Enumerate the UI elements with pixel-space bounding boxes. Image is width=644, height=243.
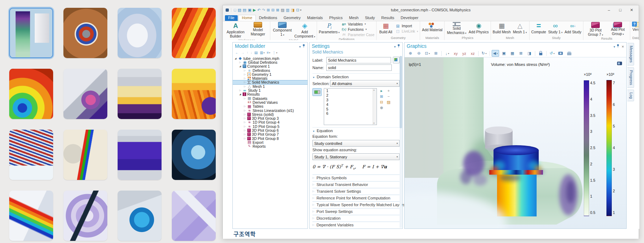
- ribbon-button-add-material[interactable]: Add Material: [421, 22, 443, 36]
- tree-settings-icon[interactable]: ⋮▾: [272, 51, 277, 55]
- ribbon-button-functions[interactable]: Functions▾: [341, 27, 374, 32]
- ribbon-button-study-1[interactable]: Study 1▾: [547, 22, 564, 36]
- settings-section-transient-solver-settings[interactable]: ▷Transient Solver Settings: [312, 188, 400, 194]
- tree-node-results[interactable]: ◢Results: [233, 92, 307, 96]
- zoom-out-icon[interactable]: ⊖: [415, 50, 423, 57]
- ribbon-tab-physics[interactable]: Physics: [326, 15, 346, 21]
- tree-twisty-icon[interactable]: ▷: [243, 133, 246, 136]
- ribbon-button-add-component[interactable]: Add Component▾: [294, 22, 316, 38]
- ribbon-button-variables[interactable]: Variables▾: [341, 22, 374, 27]
- tree-twisty-icon[interactable]: ▷: [243, 97, 246, 100]
- tree-twisty-icon[interactable]: ▷: [243, 117, 246, 120]
- settings-section-discretization[interactable]: ▷Discretization: [312, 215, 400, 221]
- ribbon-tab-geometry[interactable]: Geometry: [280, 15, 304, 21]
- tree-twisty-icon[interactable]: ◢: [234, 57, 237, 60]
- tree-twisty-icon[interactable]: ◢: [239, 65, 242, 68]
- tree-node-1d-plot-group-4[interactable]: ▷1D Plot Group 4: [233, 120, 307, 124]
- label-input[interactable]: [326, 57, 391, 63]
- ribbon-tab-materials[interactable]: Materials: [304, 15, 326, 21]
- qat-print-preview-icon[interactable]: ▣: [248, 8, 251, 12]
- tree-twisty-icon[interactable]: ▷: [243, 81, 246, 84]
- ribbon-button-application-builder[interactable]: Application Builder: [225, 22, 247, 38]
- plot-in-window-icon[interactable]: ⊠: [517, 50, 525, 57]
- paste-selection-icon[interactable]: ⊟: [379, 100, 384, 104]
- settings-section-reference-point-for-moment-computation[interactable]: ▷Reference Point for Moment Computation: [312, 194, 400, 201]
- pin-icon[interactable]: [617, 44, 620, 48]
- gallery-thumbnail-optical-lens-system[interactable]: [63, 130, 107, 180]
- zoom-in-icon[interactable]: ⊕: [407, 50, 414, 57]
- scrollbar-thumb[interactable]: [400, 56, 402, 128]
- gallery-thumbnail-microchannel-heat-exchanger[interactable]: [9, 130, 53, 180]
- list-scrollbar[interactable]: [373, 89, 377, 125]
- tree-node-global-definitions[interactable]: ▷Global Definitions: [233, 60, 307, 64]
- ribbon-tab-home[interactable]: Home: [238, 15, 256, 21]
- create-selection-icon[interactable]: ▨: [386, 100, 391, 104]
- add-to-selection-icon[interactable]: +: [386, 89, 391, 93]
- qat-redo-icon[interactable]: ↷: [262, 8, 265, 12]
- view-xy-icon[interactable]: xy: [452, 50, 459, 57]
- qat-undo-icon[interactable]: ↶: [257, 8, 260, 12]
- move-down-icon[interactable]: ↓: [250, 51, 252, 55]
- tree-twisty-icon[interactable]: ▷: [239, 89, 242, 92]
- settings-section-structural-transient-behavior[interactable]: ▷Structural Transient Behavior: [312, 181, 400, 188]
- gallery-thumbnail-fan-swirl[interactable]: [63, 191, 107, 241]
- qat-material-browser-icon[interactable]: ◨: [291, 8, 294, 12]
- ribbon-button-component-1[interactable]: Component 1▾: [271, 22, 293, 38]
- ribbon-button-build-mesh[interactable]: Build Mesh: [492, 22, 512, 36]
- print-icon[interactable]: [565, 50, 573, 57]
- tree-twisty-icon[interactable]: ▷: [243, 69, 246, 72]
- activate-selection-icon[interactable]: ▸: [379, 89, 384, 93]
- tree-node-stress-solid[interactable]: ▷Stress (solid): [233, 112, 307, 116]
- ribbon-button-3d-plot-group-7[interactable]: 3D Plot Group 7▾: [584, 22, 606, 36]
- ribbon-button-import[interactable]: Import: [395, 24, 418, 29]
- tree-twisty-icon[interactable]: ▷: [243, 121, 246, 124]
- move-up-icon[interactable]: ↑: [247, 51, 248, 55]
- tree-node-mesh-1[interactable]: ▷Mesh 1: [233, 84, 307, 88]
- qat-open-file-icon[interactable]: ▧: [238, 8, 241, 12]
- qat-save-icon[interactable]: ▤: [243, 8, 246, 12]
- domain-list-item[interactable]: 1: [324, 89, 377, 93]
- panel-menu-icon[interactable]: [614, 43, 615, 49]
- gallery-thumbnail-bottle-filling-flow[interactable]: [118, 130, 162, 180]
- tree-node-3d-plot-group-6[interactable]: ▷3D Plot Group 6: [233, 128, 307, 132]
- rotate-view-icon[interactable]: ↻▾: [480, 50, 488, 57]
- side-tab-log[interactable]: Log: [627, 90, 634, 102]
- tree-twisty-icon[interactable]: ▷: [243, 105, 246, 108]
- tree-twisty-icon[interactable]: ▷: [239, 61, 242, 64]
- gallery-thumbnail-pipe-fitting[interactable]: [172, 130, 216, 180]
- domain-list-item[interactable]: 5: [324, 107, 377, 111]
- domain-list-item[interactable]: 6: [324, 111, 377, 116]
- tree-twisty-icon[interactable]: ▷: [243, 73, 246, 76]
- maximize-button[interactable]: □: [615, 6, 626, 14]
- tree-twisty-icon[interactable]: ▷: [243, 129, 246, 132]
- settings-section-port-sweep-settings[interactable]: ▷Port Sweep Settings: [312, 208, 400, 215]
- pin-icon[interactable]: [303, 44, 305, 48]
- forward-icon[interactable]: →: [241, 51, 244, 55]
- gallery-thumbnail-car-aerodynamics[interactable]: [118, 8, 162, 58]
- domain-list-item[interactable]: 3: [324, 98, 377, 102]
- panel-menu-icon[interactable]: [394, 43, 396, 49]
- tree-twisty-icon[interactable]: ▷: [243, 85, 246, 88]
- zoom-extents-icon[interactable]: ⊞: [432, 50, 440, 57]
- ribbon-button-build-all[interactable]: Build All: [378, 22, 394, 36]
- ribbon-tab-developer[interactable]: Developer: [397, 15, 422, 21]
- tree-twisty-icon[interactable]: ▷: [243, 137, 246, 140]
- ribbon-tab-definitions[interactable]: Definitions: [256, 15, 280, 21]
- ribbon-tab-study[interactable]: Study: [362, 15, 378, 21]
- tree-twisty-icon[interactable]: ▷: [243, 125, 246, 128]
- copy-image-icon[interactable]: ▣: [500, 50, 508, 57]
- ribbon-button-parameters[interactable]: Parameters▾: [318, 22, 340, 37]
- gallery-thumbnail-mounting-bracket[interactable]: [172, 191, 216, 241]
- tree-node-solid-mechanics[interactable]: ▷Solid Mechanics: [233, 80, 307, 84]
- tree-node-definitions[interactable]: ▷Definitions: [233, 68, 307, 72]
- domain-list-item[interactable]: 2: [324, 93, 377, 98]
- tree-node-reports[interactable]: Reports: [233, 145, 307, 148]
- settings-section-dependent-variables[interactable]: ▷Dependent Variables: [312, 221, 400, 228]
- qat-run-icon[interactable]: ▶: [253, 8, 256, 12]
- qat-copy-node-icon[interactable]: ⊞: [267, 8, 270, 12]
- scene-options-icon[interactable]: ◀▾: [492, 50, 499, 57]
- gallery-thumbnail-rotor-blades[interactable]: [9, 191, 53, 241]
- side-tab-messages[interactable]: Messages: [627, 43, 634, 66]
- settings-section-physics-symbols[interactable]: ▷Physics Symbols: [312, 174, 400, 181]
- group-nodes-icon[interactable]: ≡▾: [267, 51, 270, 55]
